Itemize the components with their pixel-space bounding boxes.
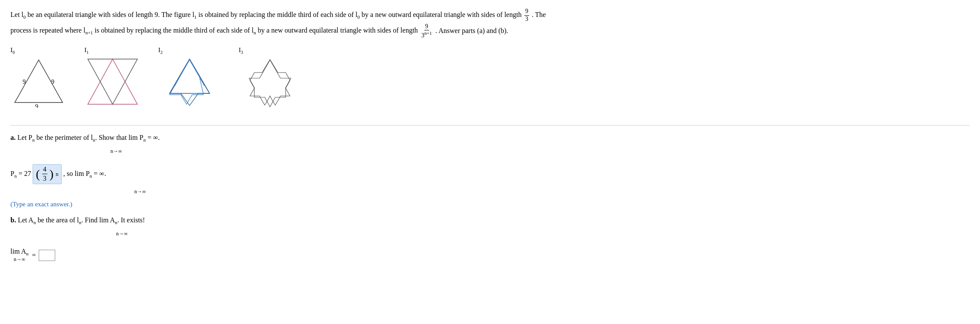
lim-sub-a: n→∞ [110,148,122,154]
svg-text:9: 9 [23,79,26,85]
svg-marker-0 [15,60,63,102]
figure-I0-label: I0 [10,46,15,55]
svg-text:9: 9 [51,79,54,85]
answer-parts-text: . Answer parts (a) and (b). [435,26,508,34]
svg-marker-7 [183,59,197,71]
figure-I0: 9 9 9 [10,56,67,108]
problem-statement: Let l0 be an equilateral triangle with s… [10,8,970,40]
figure-I1-container: I1 [84,46,141,112]
intro-text: Let l0 be an equilateral triangle with s… [10,11,523,18]
figure-I3-container: I3 [239,46,302,116]
figure-I3 [239,56,302,116]
frac-numerator-4: 4 [42,165,47,175]
figure-I2 [158,56,221,116]
exponent-n: n [56,169,59,180]
part-b-text: Let An be the area of ln. Find lim An. I… [18,216,145,224]
part-a-answer: Pn = 27 ( 4 3 ) n , so lim Pn = ∞. n→∞ [10,164,970,198]
type-exact-label: (Type an exact answer.) [10,201,970,208]
part-a-label: a. [10,134,16,141]
lim-word: lim An [10,248,29,256]
frac2-denominator: 3n+1 [420,30,433,39]
figures-row: I0 9 9 9 I1 I2 [10,46,970,116]
equals-b: = [32,251,36,259]
pn-expression: ( 4 3 ) n [36,165,58,184]
part-b-answer-row: lim An n→∞ = [10,248,970,263]
part-a: a. Let Pn be the perimeter of ln. Show t… [10,132,970,157]
figure-I2-container: I2 [158,46,221,116]
fraction-4-3: 4 3 [42,165,47,184]
figure-I1-label: I1 [84,46,89,55]
pn-label: Pn [10,170,17,177]
process-text: process is repeated where ln+1 is obtain… [10,26,420,34]
highlighted-fraction: ( 4 3 ) n [33,164,61,185]
divider [10,125,970,126]
equals-sign: = 27 [18,170,31,177]
lim-sub-b: n→∞ [116,231,128,237]
figure-I0-container: I0 9 9 9 [10,46,67,108]
close-paren: ) [50,168,53,180]
figure-I2-label: I2 [158,46,163,55]
fraction-nine-thirds: 9 3 [524,8,529,23]
open-paren: ( [36,168,40,180]
part-b: b. Let An be the area of ln. Find lim An… [10,214,970,240]
svg-marker-5 [88,59,137,104]
svg-text:9: 9 [35,103,38,108]
fraction-numerator: 9 [524,8,529,16]
part-a-text: Let Pn be the perimeter of ln. Show that… [17,134,160,141]
lim-n-inf: n→∞ [13,256,25,263]
svg-line-9 [197,71,210,93]
part-b-label: b. [10,216,16,224]
fraction-nine-3n1: 9 3n+1 [420,23,433,40]
svg-marker-4 [88,59,137,104]
lim-sub-answer: n→∞ [134,188,146,195]
frac-denominator-3: 3 [42,174,47,183]
svg-line-8 [170,71,183,93]
frac2-numerator: 9 [424,23,429,31]
so-lim-text: , so lim Pn = ∞. [63,170,106,177]
answer-input-box[interactable] [39,250,55,261]
fraction-denominator: 3 [524,16,529,23]
the-label: . The [532,11,546,18]
figure-I3-label: I3 [239,46,243,55]
figure-I1 [84,56,141,112]
